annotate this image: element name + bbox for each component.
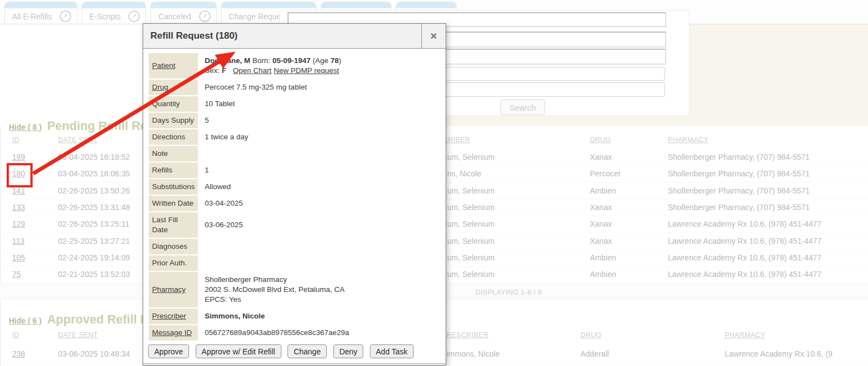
pharmacy-name: Shollenberger Pharmacy xyxy=(205,275,442,285)
modal-footer-divider xyxy=(143,363,446,364)
close-button[interactable]: × xyxy=(421,24,446,48)
pharmacy-value: Shollenberger Pharmacy 2002 S. McDowell … xyxy=(199,272,442,307)
directions-label: Directions xyxy=(149,129,198,145)
modal-title: Refill Request (180) xyxy=(143,24,421,48)
patient-line-1: Doe, Jane, M Born: 05-09-1947 (Age 78) xyxy=(205,56,442,66)
patient-line-2: Sex: FOpen Chart New PDMP request xyxy=(205,66,442,76)
patient-label-link[interactable]: Patient xyxy=(152,61,175,70)
field-row-quantity: Quantity 10 Tablet xyxy=(149,96,442,112)
message-id-value: 056727689a9043ab8978556ce8c367ae29a xyxy=(199,325,442,341)
prescriber-value: Simmons, Nicole xyxy=(199,309,442,324)
open-chart-link[interactable]: Open Chart xyxy=(233,66,271,75)
note-label: Note xyxy=(149,146,198,161)
field-row-pharmacy: Pharmacy Shollenberger Pharmacy 2002 S. … xyxy=(149,272,442,307)
substitutions-label: Substitutions xyxy=(149,179,198,195)
field-row-diagnoses: Diagnoses xyxy=(149,239,442,254)
deny-button[interactable]: Deny xyxy=(333,344,364,358)
modal-header: Refill Request (180) × xyxy=(143,24,446,49)
close-icon: × xyxy=(430,29,437,43)
last-fill-date-value: 03-06-2025 xyxy=(199,212,442,238)
written-date-value: 03-04-2025 xyxy=(199,196,442,211)
field-row-note: Note xyxy=(149,146,442,161)
pharmacy-address: 2002 S. McDowell Blvd Ext, Petaluma, CA xyxy=(205,285,442,295)
refill-request-modal: Refill Request (180) × Patient Doe, Jane… xyxy=(143,23,446,365)
refills-value: 1 xyxy=(199,163,442,178)
message-id-label-link[interactable]: Message ID xyxy=(152,328,192,337)
field-row-refills: Refills 1 xyxy=(149,163,442,178)
prior-auth-value xyxy=(199,255,442,271)
field-row-days-supply: Days Supply 5 xyxy=(149,113,442,128)
change-button[interactable]: Change xyxy=(287,344,327,358)
pharmacy-label-link[interactable]: Pharmacy xyxy=(152,285,186,294)
note-value xyxy=(199,146,442,161)
field-row-message-id: Message ID 056727689a9043ab8978556ce8c36… xyxy=(149,325,442,341)
field-row-written-date: Written Date 03-04-2025 xyxy=(149,196,442,211)
directions-value: 1 twice a day xyxy=(199,129,442,145)
field-row-drug: Drug Percocet 7.5 mg-325 mg tablet xyxy=(149,80,442,95)
diagnoses-label: Diagnoses xyxy=(149,239,198,254)
add-task-button[interactable]: Add Task xyxy=(370,344,414,358)
quantity-value: 10 Tablet xyxy=(199,96,442,112)
modal-actions: Approve Approve w/ Edit Refill Change De… xyxy=(148,344,446,358)
drug-value: Percocet 7.5 mg-325 mg tablet xyxy=(199,80,442,95)
drug-label-link[interactable]: Drug xyxy=(152,83,168,91)
field-row-prescriber: Prescriber Simmons, Nicole xyxy=(149,309,442,324)
field-row-last-fill-date: Last Fill Date 03-06-2025 xyxy=(149,212,442,238)
approve-button[interactable]: Approve xyxy=(148,344,189,358)
approve-with-edit-refill-button[interactable]: Approve w/ Edit Refill xyxy=(196,344,281,358)
substitutions-value: Allowed xyxy=(199,179,442,195)
pharmacy-epcs: EPCS: Yes xyxy=(205,295,442,305)
prior-auth-label: Prior Auth. xyxy=(149,255,198,271)
diagnoses-value xyxy=(199,239,442,254)
written-date-label: Written Date xyxy=(149,196,198,211)
field-row-patient: Patient Doe, Jane, M Born: 05-09-1947 (A… xyxy=(149,53,442,79)
refill-detail-table: Patient Doe, Jane, M Born: 05-09-1947 (A… xyxy=(148,52,443,342)
field-row-directions: Directions 1 twice a day xyxy=(149,129,442,145)
patient-value: Doe, Jane, M Born: 05-09-1947 (Age 78) S… xyxy=(199,53,442,79)
last-fill-date-label: Last Fill Date xyxy=(149,212,198,238)
field-row-substitutions: Substitutions Allowed xyxy=(149,179,442,195)
e-refills-page: All E-Refills ↗ E-Scripts ↗ Canceled ↗ C… xyxy=(0,0,868,366)
refills-label: Refills xyxy=(149,163,198,178)
days-supply-label: Days Supply xyxy=(149,113,198,128)
quantity-label: Quantity xyxy=(149,96,198,112)
days-supply-value: 5 xyxy=(199,113,442,128)
field-row-prior-auth: Prior Auth. xyxy=(149,255,442,271)
prescriber-label-link[interactable]: Prescriber xyxy=(152,312,186,320)
new-pdmp-request-link[interactable]: New PDMP request xyxy=(274,66,339,75)
